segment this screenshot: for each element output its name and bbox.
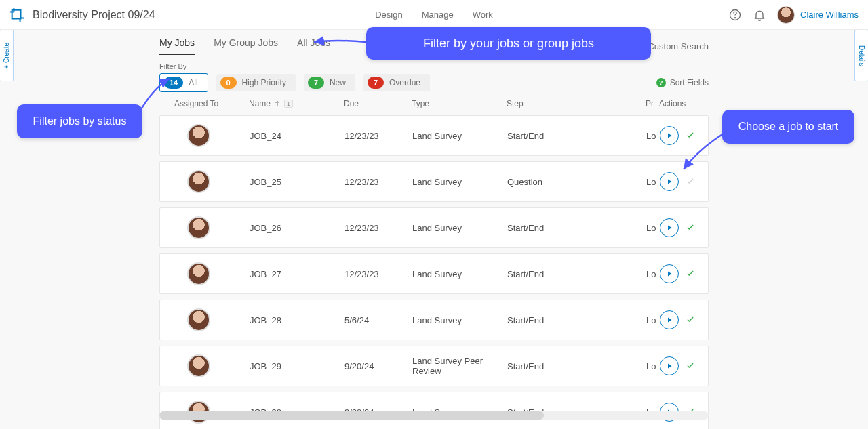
name-cell: JOB_28: [250, 315, 344, 325]
priority-cell: Lo: [646, 269, 660, 279]
step-cell: Start/End: [507, 131, 646, 141]
help-icon[interactable]: [728, 8, 742, 22]
table-row[interactable]: JOB_2612/23/23Land SurveyStart/EndLo: [159, 207, 709, 248]
due-cell: 12/23/23: [344, 269, 412, 279]
top-bar-right: Claire Williams: [717, 6, 859, 24]
name-cell: JOB_24: [250, 131, 344, 141]
priority-cell: Lo: [646, 223, 660, 233]
type-cell: Land Survey Peer Review: [412, 356, 507, 376]
filter-high-label: High Priority: [242, 78, 286, 87]
type-cell: Land Survey: [412, 223, 507, 233]
user-menu[interactable]: Claire Williams: [777, 6, 859, 24]
start-job-button[interactable]: [660, 126, 679, 145]
col-due[interactable]: Due: [344, 99, 412, 108]
start-job-button[interactable]: [660, 172, 679, 191]
due-cell: 12/23/23: [344, 177, 412, 187]
priority-cell: Lo: [646, 315, 660, 325]
filter-new-count: 7: [308, 77, 324, 89]
complete-icon[interactable]: [686, 268, 695, 280]
top-bar: Biodiversity Project 09/24 Design Manage…: [0, 0, 868, 30]
actions-cell: [660, 310, 721, 329]
play-icon: [665, 224, 673, 232]
sort-help-icon: ?: [656, 78, 666, 87]
nav-manage[interactable]: Manage: [422, 9, 454, 20]
filter-new[interactable]: 7 New: [304, 74, 355, 91]
content: My Jobs My Group Jobs All Jobs Custom Se…: [159, 30, 709, 429]
filter-high-priority[interactable]: 0 High Priority: [216, 74, 296, 91]
col-actions: Actions: [659, 99, 720, 108]
complete-icon: [686, 176, 695, 188]
table-row[interactable]: JOB_309/20/24Land SurveyStart/EndLo: [159, 392, 709, 429]
col-assigned[interactable]: Assigned To: [174, 99, 249, 108]
job-tabs: My Jobs My Group Jobs All Jobs: [159, 37, 330, 55]
left-rail-label: + Create: [3, 43, 10, 69]
filter-overdue[interactable]: 7 Overdue: [363, 74, 430, 91]
complete-icon[interactable]: [686, 361, 695, 372]
name-cell: JOB_29: [250, 361, 344, 371]
col-name[interactable]: Name 1: [249, 99, 344, 108]
filter-all-label: All: [189, 78, 197, 87]
avatar: [187, 308, 210, 331]
right-rail-label: Details: [858, 45, 865, 66]
col-priority[interactable]: Pr: [646, 99, 659, 108]
right-rail-details[interactable]: Details: [854, 30, 868, 81]
user-name: Claire Williams: [800, 9, 859, 20]
sort-asc-icon: [273, 100, 281, 108]
col-type[interactable]: Type: [412, 99, 507, 108]
svg-point-2: [735, 17, 736, 18]
sort-order-badge: 1: [284, 100, 293, 108]
annotation-right: Choose a job to start: [722, 110, 854, 144]
table-row[interactable]: JOB_285/6/24Land SurveyStart/EndLo: [159, 300, 709, 340]
priority-cell: Lo: [646, 177, 660, 187]
type-cell: Land Survey: [412, 131, 507, 141]
table-row[interactable]: JOB_299/20/24Land Survey Peer ReviewStar…: [159, 346, 709, 386]
table-row[interactable]: JOB_2412/23/23Land SurveyStart/EndLo: [159, 115, 709, 156]
assigned-cell: [175, 308, 250, 331]
notifications-icon[interactable]: [753, 8, 766, 22]
filter-high-count: 0: [220, 77, 237, 89]
assigned-cell: [175, 124, 250, 147]
assigned-cell: [175, 170, 250, 193]
avatar: [187, 170, 210, 193]
step-cell: Start/End: [507, 269, 646, 279]
filter-by-label: Filter By: [159, 62, 709, 70]
left-rail-create[interactable]: + Create: [0, 30, 14, 81]
sort-fields[interactable]: ? Sort Fields: [656, 78, 709, 87]
complete-icon[interactable]: [686, 222, 695, 234]
play-icon: [665, 362, 673, 370]
horizontal-scrollbar[interactable]: [159, 411, 709, 420]
nav-work[interactable]: Work: [473, 9, 493, 20]
start-job-button[interactable]: [660, 264, 679, 283]
breadcrumb[interactable]: Biodiversity Project 09/24: [33, 9, 155, 21]
tab-my-jobs[interactable]: My Jobs: [159, 37, 195, 55]
filter-overdue-count: 7: [368, 77, 384, 89]
table-row[interactable]: JOB_2712/23/23Land SurveyStart/EndLo: [159, 253, 709, 294]
avatar: [187, 124, 210, 147]
type-cell: Land Survey: [412, 177, 507, 187]
sort-fields-label: Sort Fields: [670, 78, 709, 87]
actions-cell: [660, 264, 721, 283]
filter-new-label: New: [330, 78, 346, 87]
actions-cell: [660, 218, 721, 237]
assigned-cell: [175, 354, 250, 377]
complete-icon[interactable]: [686, 314, 695, 326]
col-step[interactable]: Step: [507, 99, 646, 108]
play-icon: [665, 178, 673, 186]
due-cell: 9/20/24: [344, 361, 412, 371]
tab-group-jobs[interactable]: My Group Jobs: [214, 37, 278, 55]
col-name-label: Name: [249, 99, 271, 108]
start-job-button[interactable]: [660, 310, 679, 329]
priority-cell: Lo: [646, 361, 660, 371]
scrollbar-thumb[interactable]: [159, 411, 544, 420]
actions-cell: [660, 356, 721, 375]
type-cell: Land Survey: [412, 315, 507, 325]
type-cell: Land Survey: [412, 269, 507, 279]
top-nav: Design Manage Work: [375, 9, 493, 20]
start-job-button[interactable]: [660, 356, 679, 375]
start-job-button[interactable]: [660, 218, 679, 237]
table-row[interactable]: JOB_2512/23/23Land SurveyQuestionLo: [159, 161, 709, 202]
step-cell: Question: [507, 177, 646, 187]
nav-design[interactable]: Design: [375, 9, 402, 20]
due-cell: 12/23/23: [344, 131, 412, 141]
avatar: [187, 354, 210, 377]
